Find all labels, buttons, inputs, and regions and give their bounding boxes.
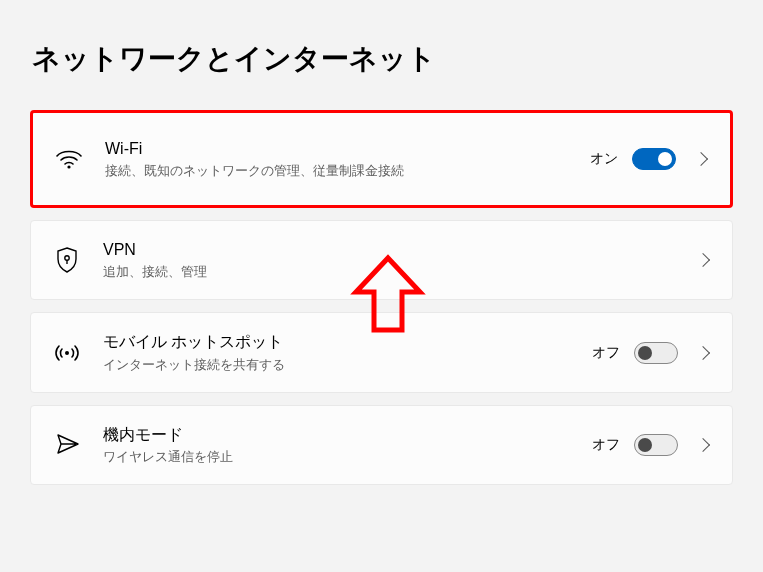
- row-airplane[interactable]: 機内モード ワイヤレス通信を停止 オフ: [30, 405, 733, 485]
- svg-point-1: [65, 256, 69, 260]
- chevron-right-icon: [696, 346, 710, 360]
- hotspot-title: モバイル ホットスポット: [103, 331, 592, 353]
- page-title: ネットワークとインターネット: [0, 0, 763, 78]
- hotspot-text: モバイル ホットスポット インターネット接続を共有する: [103, 331, 592, 373]
- wifi-icon: [49, 149, 89, 169]
- hotspot-icon: [47, 342, 87, 364]
- row-vpn[interactable]: VPN 追加、接続、管理: [30, 220, 733, 300]
- wifi-subtitle: 接続、既知のネットワークの管理、従量制課金接続: [105, 162, 590, 180]
- hotspot-subtitle: インターネット接続を共有する: [103, 356, 592, 374]
- vpn-subtitle: 追加、接続、管理: [103, 263, 692, 281]
- chevron-right-icon: [694, 152, 708, 166]
- wifi-title: Wi-Fi: [105, 138, 590, 160]
- hotspot-toggle-label: オフ: [592, 344, 620, 362]
- airplane-subtitle: ワイヤレス通信を停止: [103, 448, 592, 466]
- vpn-icon: [47, 247, 87, 273]
- airplane-toggle-label: オフ: [592, 436, 620, 454]
- vpn-title: VPN: [103, 239, 692, 261]
- wifi-toggle[interactable]: [632, 148, 676, 170]
- row-hotspot[interactable]: モバイル ホットスポット インターネット接続を共有する オフ: [30, 312, 733, 392]
- wifi-toggle-label: オン: [590, 150, 618, 168]
- settings-list: Wi-Fi 接続、既知のネットワークの管理、従量制課金接続 オン VPN 追加、…: [0, 78, 763, 485]
- row-wifi[interactable]: Wi-Fi 接続、既知のネットワークの管理、従量制課金接続 オン: [30, 110, 733, 208]
- airplane-icon: [47, 432, 87, 458]
- svg-point-3: [65, 351, 69, 355]
- chevron-right-icon: [696, 438, 710, 452]
- hotspot-toggle[interactable]: [634, 342, 678, 364]
- chevron-right-icon: [696, 253, 710, 267]
- wifi-text: Wi-Fi 接続、既知のネットワークの管理、従量制課金接続: [105, 138, 590, 180]
- airplane-toggle[interactable]: [634, 434, 678, 456]
- airplane-title: 機内モード: [103, 424, 592, 446]
- svg-point-0: [67, 165, 70, 168]
- vpn-text: VPN 追加、接続、管理: [103, 239, 692, 281]
- airplane-text: 機内モード ワイヤレス通信を停止: [103, 424, 592, 466]
